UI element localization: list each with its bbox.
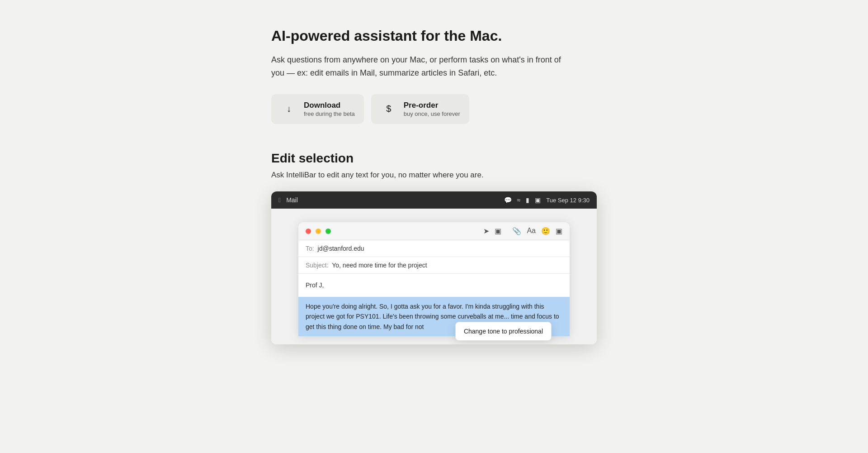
- apple-icon: : [278, 196, 281, 204]
- compose-to-field: To: jd@stanford.edu: [298, 240, 570, 257]
- preorder-sublabel: buy once, use forever: [404, 110, 460, 117]
- traffic-light-yellow[interactable]: [316, 229, 321, 234]
- hero-description: Ask questions from anywhere on your Mac,…: [271, 53, 574, 80]
- traffic-light-green[interactable]: [326, 229, 331, 234]
- attach-icon[interactable]: 📎: [512, 227, 521, 235]
- edit-section-title: Edit selection: [271, 151, 597, 166]
- display-icon: ▣: [535, 196, 541, 204]
- to-label: To:: [306, 245, 314, 252]
- preorder-btn-text: Pre-order buy once, use forever: [404, 101, 460, 117]
- battery-icon: ▮: [526, 196, 529, 204]
- traffic-light-red[interactable]: [306, 229, 311, 234]
- preorder-button[interactable]: $ Pre-order buy once, use forever: [371, 94, 469, 124]
- photo-icon[interactable]: ▣: [556, 227, 562, 235]
- page-container: AI-powered assistant for the Mac. Ask qu…: [262, 0, 606, 372]
- suggestion-popup[interactable]: Change tone to professional: [455, 322, 552, 341]
- preorder-label: Pre-order: [404, 101, 460, 110]
- hero-title: AI-powered assistant for the Mac.: [271, 27, 597, 44]
- compose-body: Prof J, Hope you're doing alright. So, I…: [298, 274, 570, 336]
- wifi-icon: ≈: [517, 196, 521, 204]
- download-btn-text: Download free during the beta: [304, 101, 355, 117]
- suggestion-text: Change tone to professional: [464, 328, 543, 335]
- compose-toolbar: ➤ ▣ 📎 Aa 🙂 ▣: [298, 222, 570, 240]
- to-value: jd@stanford.edu: [318, 245, 364, 252]
- emoji-icon[interactable]: 🙂: [541, 227, 550, 235]
- edit-section-description: Ask IntelliBar to edit any text for you,…: [271, 169, 597, 181]
- mac-titlebar:  Mail 💬 ≈ ▮ ▣ Tue Sep 12 9:30: [271, 191, 597, 209]
- mac-window:  Mail 💬 ≈ ▮ ▣ Tue Sep 12 9:30: [271, 191, 597, 344]
- body-greeting: Prof J,: [298, 274, 570, 296]
- mac-app-name: Mail: [286, 196, 298, 204]
- mail-compose-window: ➤ ▣ 📎 Aa 🙂 ▣ To: jd@stanford.edu: [298, 222, 570, 336]
- subject-value: Yo, need more time for the project: [332, 262, 427, 269]
- chat-icon: 💬: [504, 196, 512, 204]
- hero-section: AI-powered assistant for the Mac. Ask qu…: [271, 27, 597, 124]
- edit-section: Edit selection Ask IntelliBar to edit an…: [271, 151, 597, 345]
- download-sublabel: free during the beta: [304, 110, 355, 117]
- dollar-icon: $: [380, 100, 397, 118]
- format-icon[interactable]: ▣: [495, 227, 501, 235]
- mac-status-items: 💬 ≈ ▮ ▣ Tue Sep 12 9:30: [504, 196, 590, 204]
- send-icon[interactable]: ➤: [483, 227, 489, 235]
- compose-toolbar-icons: ➤ ▣ 📎 Aa 🙂 ▣: [483, 227, 562, 235]
- download-button[interactable]: ↓ Download free during the beta: [271, 94, 364, 124]
- font-icon[interactable]: Aa: [527, 227, 536, 235]
- download-icon: ↓: [280, 100, 297, 118]
- mac-time: Tue Sep 12 9:30: [546, 197, 590, 204]
- subject-label: Subject:: [306, 262, 329, 269]
- mail-content: ➤ ▣ 📎 Aa 🙂 ▣ To: jd@stanford.edu: [271, 209, 597, 344]
- buttons-row: ↓ Download free during the beta $ Pre-or…: [271, 94, 597, 124]
- compose-subject-field: Subject: Yo, need more time for the proj…: [298, 257, 570, 274]
- download-label: Download: [304, 101, 355, 110]
